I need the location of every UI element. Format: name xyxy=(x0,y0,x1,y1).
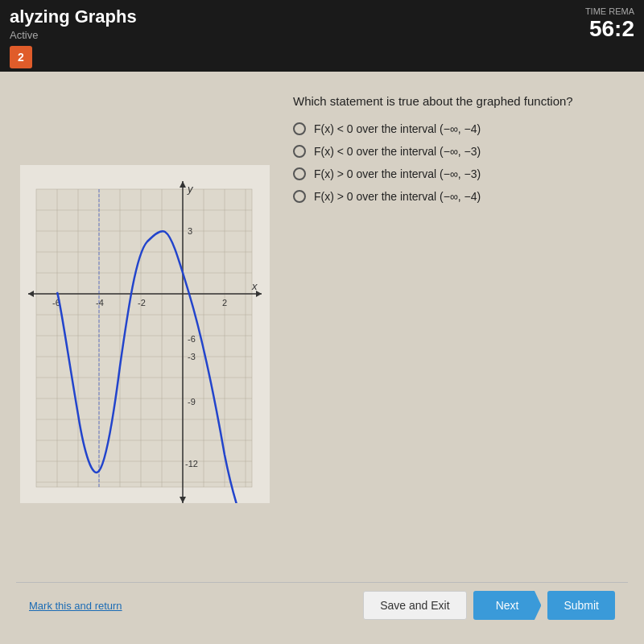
option-D[interactable]: F(x) > 0 over the interval (−∞, −4) xyxy=(293,190,628,203)
timer-section: TIME REMA 56:2 xyxy=(585,6,634,42)
option-C[interactable]: F(x) > 0 over the interval (−∞, −3) xyxy=(293,167,628,180)
svg-text:-4: -4 xyxy=(96,298,104,308)
svg-text:-6: -6 xyxy=(188,334,196,344)
submit-button[interactable]: Submit xyxy=(547,591,615,620)
svg-text:-12: -12 xyxy=(185,459,198,469)
svg-text:2: 2 xyxy=(222,298,227,308)
status-label: Active xyxy=(10,29,137,41)
main-content: y x -6 -4 -2 2 3 - xyxy=(0,72,644,644)
option-C-label: F(x) > 0 over the interval (−∞, −3) xyxy=(314,167,481,180)
next-button[interactable]: Next xyxy=(473,591,542,620)
options-container: Which statement is true about the graphe… xyxy=(293,86,628,582)
option-A-label: F(x) < 0 over the interval (−∞, −4) xyxy=(314,122,481,135)
svg-marker-29 xyxy=(180,181,186,188)
time-remaining-label: TIME REMA xyxy=(585,6,634,16)
graph-svg: y x -6 -4 -2 2 3 - xyxy=(20,165,270,503)
option-A[interactable]: F(x) < 0 over the interval (−∞, −4) xyxy=(293,122,628,135)
svg-marker-27 xyxy=(28,291,34,297)
radio-B[interactable] xyxy=(293,145,306,158)
bottom-bar: Mark this and return Save and Exit Next … xyxy=(16,582,628,633)
button-group: Save and Exit Next Submit xyxy=(363,591,615,620)
top-bar: alyzing Graphs Active 2 TIME REMA 56:2 xyxy=(0,0,644,72)
svg-rect-0 xyxy=(36,189,252,487)
question-area: y x -6 -4 -2 2 3 - xyxy=(16,86,628,582)
option-B[interactable]: F(x) < 0 over the interval (−∞, −3) xyxy=(293,145,628,158)
page-title: alyzing Graphs xyxy=(10,6,137,27)
option-B-label: F(x) < 0 over the interval (−∞, −3) xyxy=(314,145,481,158)
radio-D[interactable] xyxy=(293,190,306,203)
graph-container: y x -6 -4 -2 2 3 - xyxy=(16,86,274,582)
option-D-label: F(x) > 0 over the interval (−∞, −4) xyxy=(314,190,481,203)
svg-marker-30 xyxy=(180,497,186,503)
radio-A[interactable] xyxy=(293,122,306,135)
mark-return-link[interactable]: Mark this and return xyxy=(29,600,122,612)
svg-text:-2: -2 xyxy=(138,298,146,308)
radio-C[interactable] xyxy=(293,167,306,180)
screen: alyzing Graphs Active 2 TIME REMA 56:2 xyxy=(0,0,644,644)
timer-value: 56:2 xyxy=(585,16,634,42)
svg-text:-3: -3 xyxy=(188,352,196,361)
save-exit-button[interactable]: Save and Exit xyxy=(363,591,466,620)
question-text: Which statement is true about the graphe… xyxy=(293,94,628,108)
svg-text:3: 3 xyxy=(188,226,192,236)
svg-text:x: x xyxy=(251,280,258,292)
question-number-badge: 2 xyxy=(10,46,32,68)
svg-text:-9: -9 xyxy=(188,397,196,407)
